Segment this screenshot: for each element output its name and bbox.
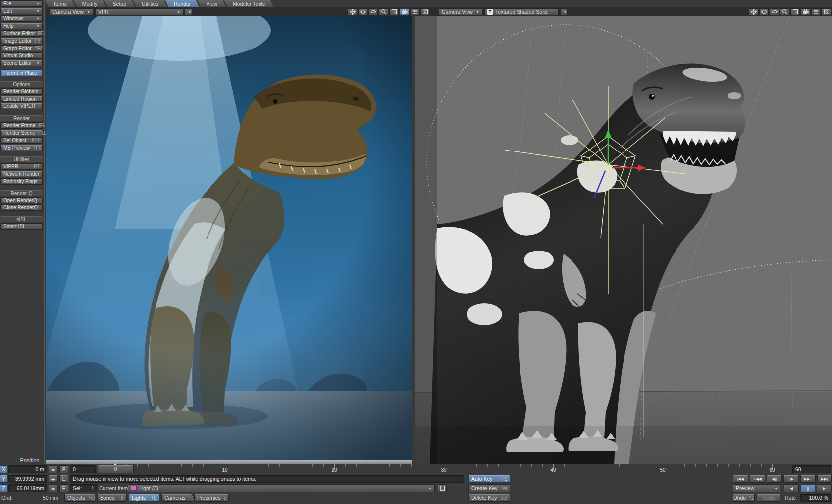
- jump-end-button[interactable]: ▶▶|: [817, 475, 832, 483]
- close-renderq-button[interactable]: Close RenderQ: [0, 204, 43, 211]
- delete-key-button[interactable]: Delete Keydel: [468, 494, 510, 502]
- chevron-down-icon: ▼: [175, 10, 180, 14]
- z-value-field[interactable]: -65.0419mm: [8, 484, 47, 492]
- camera-icon[interactable]: [400, 8, 409, 15]
- render-frame-button[interactable]: Render FrameF9: [0, 122, 43, 129]
- zoom-icon[interactable]: [379, 8, 388, 15]
- tab-utilities[interactable]: Utilities: [135, 0, 165, 7]
- limited-region-button[interactable]: Limited Regionl: [0, 96, 43, 102]
- right-render-mode-dropdown[interactable]: TTextured Shaded Solid: [484, 8, 559, 15]
- left-view-type-dropdown[interactable]: Camera View▼: [50, 8, 93, 15]
- viewport-header-bar: Camera View▼ VPR▼ ▼ Camera View▼ TTextur…: [46, 7, 832, 16]
- prev-key-button[interactable]: +◀◀: [750, 475, 765, 483]
- right-viewport-options-dropdown[interactable]: ▼: [560, 8, 568, 15]
- tab-setup[interactable]: Setup: [106, 0, 133, 7]
- viper-button[interactable]: VIPERF7: [0, 163, 43, 170]
- move-icon[interactable]: [348, 8, 357, 15]
- radiosity-flags-button[interactable]: Radiosity Flags: [0, 178, 43, 185]
- y-stepper[interactable]: ◀▶: [49, 475, 58, 483]
- create-key-button[interactable]: Create Keyret: [468, 484, 510, 492]
- y-value-field[interactable]: 39.9992 mm: [8, 475, 47, 483]
- image-editor-button[interactable]: Image EditorF6: [0, 38, 43, 44]
- left-render-mode-dropdown[interactable]: VPR▼: [95, 8, 183, 15]
- x-envelope-button[interactable]: E: [59, 465, 68, 473]
- undo-button[interactable]: Undo^Z: [733, 494, 755, 502]
- virtual-studio-button[interactable]: Virtual Studio: [0, 52, 43, 59]
- rotate-icon[interactable]: [358, 8, 367, 15]
- chevron-down-icon: ▼: [772, 487, 778, 490]
- orbit-icon[interactable]: [368, 8, 378, 15]
- move-icon[interactable]: [749, 8, 758, 15]
- sel-object-button[interactable]: Sel ObjectF11: [0, 137, 43, 144]
- play-reverse-button[interactable]: ◀: [784, 484, 799, 492]
- prev-frame-button[interactable]: ◀||: [767, 475, 782, 483]
- film-icon[interactable]: [822, 8, 831, 15]
- current-item-dropdown[interactable]: Light (3) ▼: [128, 484, 435, 492]
- x-axis-button[interactable]: X: [0, 465, 7, 473]
- film-icon[interactable]: [420, 8, 430, 15]
- network-render-button[interactable]: Network Render: [0, 171, 43, 177]
- vpr-viewport[interactable]: [46, 16, 412, 460]
- file-menu[interactable]: File▼: [0, 0, 43, 7]
- open-renderq-button[interactable]: Open RenderQ: [0, 197, 43, 203]
- z-envelope-button[interactable]: E: [59, 484, 68, 492]
- z-stepper[interactable]: ◀▶: [49, 484, 58, 492]
- lights-mode-button[interactable]: Lights+L: [129, 494, 159, 502]
- jump-start-button[interactable]: |◀◀: [733, 475, 748, 483]
- enable-viper-button[interactable]: Enable VIPER: [0, 103, 43, 109]
- tab-items[interactable]: Items: [47, 0, 74, 7]
- cameras-mode-button[interactable]: Cameras+C: [161, 494, 192, 502]
- windows-menu[interactable]: Windows▼: [0, 15, 43, 22]
- rotate-icon[interactable]: [759, 8, 769, 15]
- z-axis-button[interactable]: Z: [0, 484, 7, 492]
- left-viewport-options-dropdown[interactable]: ▼: [185, 8, 192, 15]
- graph-editor-button[interactable]: Graph Editor^F2: [0, 45, 43, 51]
- pause-button[interactable]: ||: [800, 484, 815, 492]
- edit-menu[interactable]: Edit▼: [0, 8, 43, 14]
- light-flag-icon: [131, 486, 137, 491]
- auto-key-button[interactable]: Auto Key+F1: [468, 475, 510, 483]
- render-globals-button[interactable]: Render Globals: [0, 88, 43, 95]
- item-properties-icon[interactable]: [438, 484, 447, 492]
- y-envelope-button[interactable]: E: [59, 475, 68, 483]
- rate-field[interactable]: 100.0 %: [800, 494, 831, 502]
- status-message-bar: Drag mouse in view to move selected item…: [70, 475, 464, 483]
- start-frame-field[interactable]: 0: [70, 465, 96, 473]
- next-key-button[interactable]: ▶▶+: [800, 475, 816, 483]
- mb-preview-button[interactable]: MB Preview+F9: [0, 145, 43, 151]
- tab-view[interactable]: View: [199, 0, 224, 7]
- fit-icon[interactable]: [790, 8, 800, 15]
- preview-dropdown[interactable]: Preview▼: [733, 484, 780, 492]
- zoom-icon[interactable]: [780, 8, 789, 15]
- render-scene-button[interactable]: Render SceneF10: [0, 130, 43, 136]
- scene-editor-button[interactable]: Scene Editor▼: [0, 60, 43, 66]
- right-view-type-dropdown[interactable]: Camera View▼: [439, 8, 482, 15]
- parent-in-place-button[interactable]: Parent in Place: [0, 69, 43, 76]
- y-axis-button[interactable]: Y: [0, 475, 7, 483]
- objects-mode-button[interactable]: Objects+O: [64, 494, 95, 502]
- next-frame-button[interactable]: ||▶: [783, 475, 799, 483]
- end-frame-field[interactable]: 60: [792, 465, 831, 473]
- timeline-ruler[interactable]: 0 10 20 30 40 50 60 0: [98, 464, 789, 474]
- camera-icon[interactable]: [801, 8, 810, 15]
- orbit-icon[interactable]: [770, 8, 779, 15]
- smart-ibl-button[interactable]: Smart IBL: [0, 223, 43, 230]
- play-forward-button[interactable]: ▶: [817, 484, 832, 492]
- frame-label: 40: [550, 467, 556, 473]
- tab-modeler-tools[interactable]: Modeler Tools: [226, 0, 272, 7]
- x-stepper[interactable]: ◀▶: [49, 465, 58, 473]
- redo-button[interactable]: Redo: [757, 494, 780, 502]
- shaded-viewport[interactable]: [415, 16, 832, 464]
- tab-render[interactable]: Render: [167, 0, 198, 7]
- properties-button[interactable]: Propertiesp: [194, 494, 229, 502]
- list-icon[interactable]: [811, 8, 821, 15]
- timeline-slider-handle[interactable]: 0: [98, 465, 134, 473]
- fit-icon[interactable]: [389, 8, 399, 15]
- surface-editor-button[interactable]: Surface EditorF5: [0, 30, 43, 37]
- list-icon[interactable]: [410, 8, 419, 15]
- render-section-header: Render: [0, 115, 43, 121]
- x-value-field[interactable]: 0 m: [8, 465, 47, 473]
- help-menu[interactable]: Help▼: [0, 23, 43, 29]
- bones-mode-button[interactable]: Bones+B: [97, 494, 127, 502]
- tab-modify[interactable]: Modify: [75, 0, 104, 7]
